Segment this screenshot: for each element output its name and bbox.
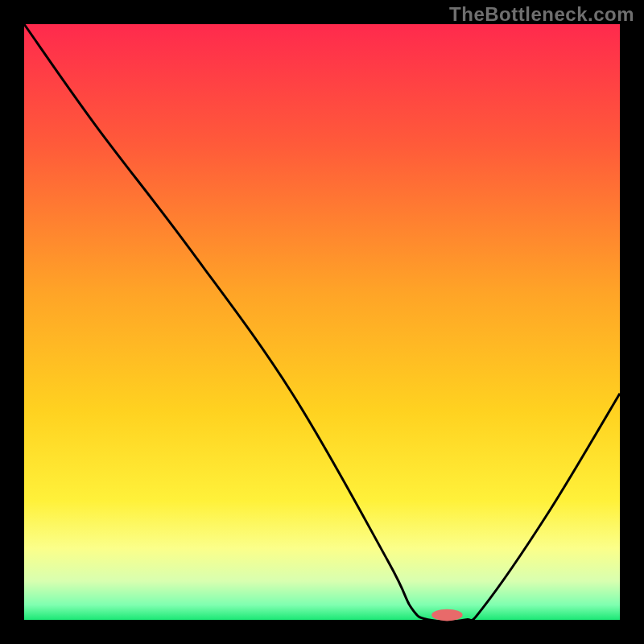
chart-svg — [0, 0, 644, 644]
minimum-marker — [431, 609, 462, 621]
chart-frame: TheBottleneck.com — [0, 0, 644, 644]
plot-background — [24, 24, 620, 620]
